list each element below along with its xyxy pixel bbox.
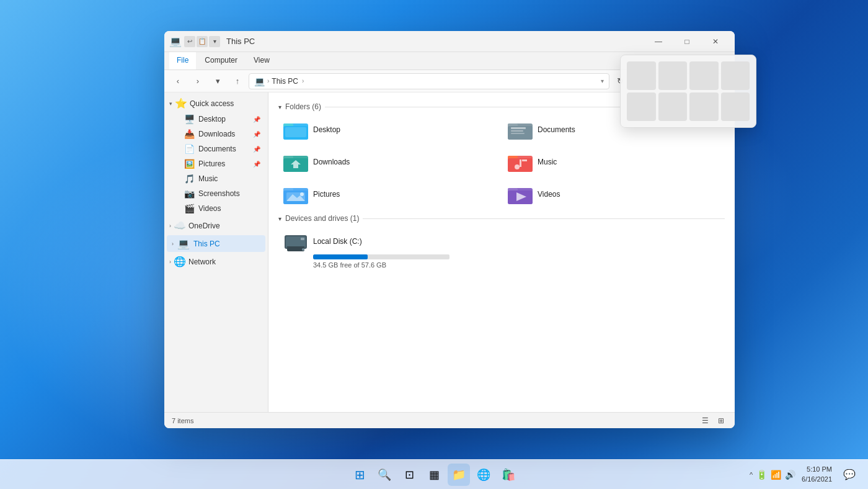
- file-explorer-button[interactable]: 📁: [448, 464, 470, 486]
- drive-local-c[interactable]: Local Disk (C:) 34.5 GB free of 57.6 GB: [278, 227, 464, 272]
- qa-undo-button[interactable]: ↩: [184, 36, 195, 47]
- system-tray: ^ 🔋 📶 🔊: [750, 470, 795, 480]
- folder-videos[interactable]: Videos: [503, 179, 725, 209]
- snap-cell-3[interactable]: [689, 61, 719, 90]
- widgets-icon: ▦: [429, 468, 440, 482]
- quick-access-header[interactable]: ▾ ⭐ Quick access: [164, 95, 268, 112]
- svg-point-35: [302, 248, 304, 251]
- list-view-button[interactable]: ☰: [699, 415, 711, 427]
- snap-cell-7[interactable]: [689, 92, 719, 121]
- folder-downloads-icon: [283, 151, 308, 173]
- folder-documents-label: Documents: [538, 125, 575, 134]
- pin-icon-downloads: 📌: [253, 131, 260, 138]
- sidebar-item-screenshots[interactable]: 📷 Screenshots: [167, 186, 265, 201]
- network-label: Network: [188, 258, 216, 266]
- edge-icon: 🌐: [477, 468, 490, 482]
- folders-chevron: ▾: [278, 104, 281, 110]
- close-button[interactable]: ✕: [701, 31, 730, 52]
- folder-downloads[interactable]: Downloads: [278, 147, 500, 177]
- snap-cell-4[interactable]: [721, 61, 750, 90]
- sidebar-item-music[interactable]: 🎵 Music: [167, 171, 265, 186]
- snap-cell-5[interactable]: [627, 92, 656, 121]
- folder-pictures-label: Pictures: [313, 190, 340, 199]
- qa-dropdown-button[interactable]: ▾: [209, 36, 220, 47]
- task-view-button[interactable]: ⊡: [398, 464, 420, 486]
- music-icon: 🎵: [184, 174, 195, 184]
- sidebar-item-desktop[interactable]: 🖥️ Desktop 📌: [167, 112, 265, 127]
- screenshots-icon: 📷: [184, 189, 195, 199]
- pin-icon-pictures: 📌: [253, 161, 260, 168]
- time-display: 5:10 PM: [802, 465, 832, 474]
- store-icon: 🛍️: [502, 468, 515, 482]
- screenshots-label: Screenshots: [198, 189, 240, 198]
- thispc-header[interactable]: › 💻 This PC: [167, 235, 265, 252]
- onedrive-label: OneDrive: [188, 222, 220, 230]
- start-button[interactable]: ⊞: [348, 464, 371, 486]
- sidebar-item-pictures[interactable]: 🖼️ Pictures 📌: [167, 156, 265, 171]
- edge-button[interactable]: 🌐: [472, 464, 495, 486]
- search-button[interactable]: 🔍: [373, 464, 396, 486]
- snap-cell-1[interactable]: [627, 61, 656, 90]
- tray-chevron[interactable]: ^: [750, 471, 753, 478]
- folder-videos-label: Videos: [538, 190, 560, 199]
- title-bar-icons: 💻: [169, 35, 182, 47]
- address-computer-icon: 💻: [254, 76, 265, 86]
- address-text: This PC: [272, 77, 298, 86]
- taskbar-search-icon: 🔍: [378, 468, 391, 482]
- item-count: 7 items: [172, 417, 193, 424]
- sidebar-item-documents[interactable]: 📄 Documents 📌: [167, 141, 265, 156]
- battery-icon: 🔋: [756, 470, 767, 480]
- clock[interactable]: 5:10 PM 6/16/2021: [802, 465, 832, 484]
- folder-desktop[interactable]: Desktop: [278, 115, 500, 145]
- minimize-button[interactable]: —: [644, 31, 673, 52]
- tab-view[interactable]: View: [246, 52, 277, 70]
- tab-computer[interactable]: Computer: [197, 52, 245, 70]
- content-area: ▾ Folders (6) Desktop: [268, 92, 735, 412]
- snap-cell-2[interactable]: [658, 61, 688, 90]
- folder-music[interactable]: Music: [503, 147, 725, 177]
- forward-button[interactable]: ›: [189, 73, 206, 90]
- window-controls: — □ ✕: [644, 31, 730, 52]
- address-bar[interactable]: 💻 › This PC › ▾: [249, 73, 609, 89]
- widgets-button[interactable]: ▦: [423, 464, 445, 486]
- folder-pictures[interactable]: Pictures: [278, 179, 500, 209]
- devices-section-header[interactable]: ▾ Devices and drives (1): [278, 214, 725, 223]
- svg-point-17: [515, 164, 520, 169]
- volume-icon: 🔊: [785, 470, 795, 480]
- tiles-view-button[interactable]: ⊞: [715, 415, 727, 427]
- drive-progress-bar: [313, 254, 450, 259]
- sidebar-item-downloads[interactable]: 📥 Downloads 📌: [167, 127, 265, 141]
- address-dropdown-button[interactable]: ▾: [601, 78, 604, 84]
- recent-button[interactable]: ▾: [209, 73, 226, 90]
- desktop-label: Desktop: [198, 115, 226, 123]
- taskbar-right: ^ 🔋 📶 🔊 5:10 PM 6/16/2021 💬: [750, 464, 861, 486]
- notification-button[interactable]: 💬: [838, 464, 861, 486]
- svg-rect-18: [520, 159, 521, 167]
- snap-cell-8[interactable]: [721, 92, 750, 121]
- drive-progress-fill: [313, 254, 368, 259]
- file-explorer-icon: 📁: [452, 468, 466, 482]
- network-header[interactable]: › 🌐 Network: [164, 253, 268, 270]
- sidebar-item-videos[interactable]: 🎬 Videos: [167, 201, 265, 216]
- svg-rect-34: [287, 248, 304, 251]
- folder-desktop-icon: [283, 119, 308, 141]
- wifi-icon: 📶: [771, 470, 781, 480]
- folder-videos-icon: [508, 183, 533, 205]
- up-button[interactable]: ↑: [229, 73, 246, 90]
- quick-access-chevron: ▾: [169, 101, 172, 107]
- back-button[interactable]: ‹: [169, 73, 187, 90]
- folder-desktop-label: Desktop: [313, 125, 340, 134]
- store-button[interactable]: 🛍️: [497, 464, 520, 486]
- qa-properties-button[interactable]: 📋: [197, 36, 208, 47]
- onedrive-header[interactable]: › ☁️ OneDrive: [164, 217, 268, 234]
- folder-pictures-icon: [283, 183, 308, 205]
- svg-point-25: [300, 192, 304, 196]
- onedrive-chevron: ›: [169, 223, 171, 229]
- documents-label: Documents: [198, 145, 236, 153]
- date-display: 6/16/2021: [802, 475, 832, 484]
- maximize-button[interactable]: □: [673, 31, 701, 52]
- tab-file[interactable]: File: [169, 52, 196, 70]
- snap-cell-6[interactable]: [658, 92, 688, 121]
- sidebar-group-network: › 🌐 Network: [164, 253, 268, 270]
- windows-logo-icon: ⊞: [355, 467, 365, 482]
